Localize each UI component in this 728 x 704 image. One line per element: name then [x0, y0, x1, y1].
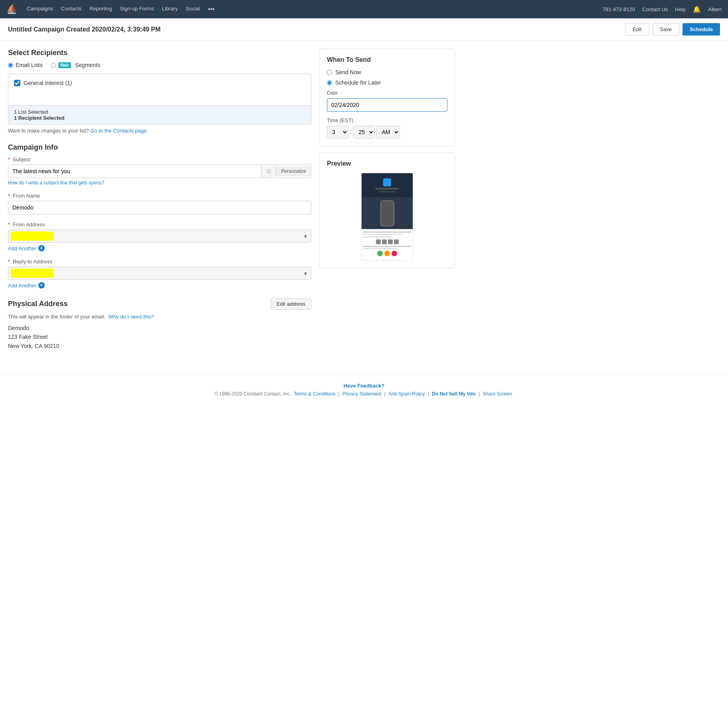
physical-address-heading: Physical Address [8, 300, 67, 308]
header-bar: Untitled Campaign Created 2020/02/24, 3:… [0, 18, 728, 41]
copyright: © 1996-2020 Constant Contact, Inc. [214, 391, 291, 397]
nav-social[interactable]: Social [186, 6, 200, 13]
antispam-link[interactable]: Anti-Spam Policy [388, 391, 425, 397]
date-label: Date [327, 90, 447, 96]
navbar: ⛵ Campaigns Contacts Reporting Sign-up F… [0, 0, 728, 18]
segments-option[interactable]: New Segments [51, 62, 101, 68]
list-item[interactable]: General Interest (1) [14, 80, 305, 86]
nav-campaigns[interactable]: Campaigns [27, 6, 53, 13]
reply-to-label: * Reply-to Address [8, 259, 311, 265]
address-line2: 123 Fake Street [8, 332, 311, 341]
from-name-field-group: * From Name [8, 193, 311, 214]
segments-radio[interactable] [51, 63, 56, 68]
right-panel: When To Send Send Now Schedule for Later… [319, 49, 455, 350]
recipient-type-toggle: Email Lists New Segments [8, 62, 311, 68]
subject-input[interactable] [8, 165, 261, 178]
list-footer: 1 List Selected 1 Recipient Selected [8, 106, 311, 125]
from-name-input[interactable] [8, 201, 311, 214]
campaign-info-heading: Campaign Info [8, 143, 311, 152]
from-name-label: * From Name [8, 193, 311, 199]
save-button[interactable]: Save [653, 23, 680, 36]
nav-more-icon[interactable]: ••• [208, 6, 215, 13]
send-now-label: Send Now [335, 69, 361, 75]
when-to-send-title: When To Send [327, 56, 447, 63]
share-screen-link[interactable]: Share Screen [483, 391, 512, 397]
email-list-box: General Interest (1) [8, 74, 311, 106]
subject-help-link[interactable]: How do I write a subject line that gets … [8, 180, 311, 186]
select-recipients-section: Select Recipients Email Lists New Segmen… [8, 49, 311, 134]
send-now-radio[interactable] [327, 70, 332, 75]
schedule-button[interactable]: Schedule [682, 23, 720, 36]
email-lists-label: Email Lists [16, 62, 43, 68]
subject-input-wrapper: ☺ Personalize [8, 164, 311, 178]
schedule-later-option[interactable]: Schedule for Later [327, 79, 447, 86]
logo-icon: ⛵ [6, 4, 17, 14]
nav-links: Campaigns Contacts Reporting Sign-up For… [27, 6, 603, 13]
from-address-highlight [11, 231, 53, 241]
general-interest-checkbox[interactable] [14, 80, 20, 86]
nav-help[interactable]: Help [675, 6, 686, 12]
time-colon: : [350, 129, 352, 136]
campaign-info-section: Campaign Info * Subject ☺ Personalize Ho… [8, 143, 311, 289]
header-actions: Edit Save Schedule [625, 23, 720, 36]
edit-button[interactable]: Edit [625, 23, 649, 36]
nav-signup-forms[interactable]: Sign-up Forms [120, 6, 154, 13]
emoji-icon[interactable]: ☺ [261, 165, 276, 177]
left-panel: Select Recipients Email Lists New Segmen… [8, 49, 311, 350]
subject-label: * Subject [8, 156, 311, 162]
segments-label: Segments [75, 62, 100, 68]
reply-to-field-group: * Reply-to Address ▾ Add Another + [8, 259, 311, 289]
footer: Have Feedback? © 1996-2020 Constant Cont… [0, 374, 728, 405]
email-lists-radio[interactable] [8, 63, 13, 68]
time-minute-select[interactable]: 25 00 05 10 15 20 30 35 40 45 50 55 [353, 126, 375, 138]
from-address-field-group: * From Address ▾ Add Another + [8, 221, 311, 251]
main-content: Select Recipients Email Lists New Segmen… [0, 41, 479, 358]
reply-to-highlight [11, 269, 53, 278]
time-hour-select[interactable]: 3 1 2 4 5 6 7 8 9 10 11 12 [327, 126, 348, 138]
nav-contact-us[interactable]: Contact Us [642, 6, 668, 12]
recipient-count: 1 Recipient Selected [14, 115, 305, 121]
from-address-label: * From Address [8, 221, 311, 227]
add-another-from-icon: + [38, 245, 45, 251]
contacts-page-link[interactable]: Go to the Contacts page. [90, 128, 148, 134]
contacts-note: Want to make changes to your list? Go to… [8, 128, 311, 134]
send-now-option[interactable]: Send Now [327, 69, 447, 75]
subject-field-group: * Subject ☺ Personalize How do I write a… [8, 156, 311, 186]
new-badge: New [58, 62, 71, 68]
schedule-later-radio[interactable] [327, 80, 332, 85]
time-label: Time (EST) [327, 117, 447, 123]
address-line1: Demodo [8, 324, 311, 332]
nav-library[interactable]: Library [162, 6, 178, 13]
from-address-select-wrapper: ▾ [8, 229, 311, 243]
schedule-later-label: Schedule for Later [335, 79, 381, 86]
time-period-select[interactable]: AM PM [376, 126, 400, 138]
date-input[interactable] [327, 98, 447, 112]
physical-address-header: Physical Address Edit address [8, 298, 311, 310]
reply-to-select-wrapper: ▾ [8, 267, 311, 280]
nav-contacts[interactable]: Contacts [61, 6, 81, 13]
nav-reporting[interactable]: Reporting [89, 6, 112, 13]
address-text: Demodo 123 Fake Street New York, CA 9021… [8, 324, 311, 350]
add-another-from-link[interactable]: Add Another + [8, 245, 45, 251]
add-another-from-label: Add Another [8, 245, 37, 251]
edit-address-button[interactable]: Edit address [271, 298, 311, 310]
email-lists-option[interactable]: Email Lists [8, 62, 43, 68]
personalize-button[interactable]: Personalize [276, 166, 311, 176]
nav-user[interactable]: Albert [708, 6, 722, 12]
time-selects: 3 1 2 4 5 6 7 8 9 10 11 12 : 25 00 [327, 126, 447, 138]
terms-link[interactable]: Terms & Conditions [294, 391, 335, 397]
address-note: This will appear in the footer of your e… [8, 314, 311, 320]
feedback-link[interactable]: Have Feedback? [10, 383, 718, 389]
privacy-link[interactable]: Privacy Statement [342, 391, 381, 397]
preview-panel: Preview [319, 152, 455, 268]
nav-right: 781-472-8120 Contact Us Help 🔔 Albert [603, 6, 722, 13]
do-not-sell-link[interactable]: Do Not Sell My Info [432, 391, 475, 397]
address-line3: New York, CA 90210 [8, 342, 311, 350]
general-interest-label: General Interest (1) [24, 80, 72, 86]
recipients-heading: Select Recipients [8, 49, 311, 57]
preview-image [361, 173, 413, 261]
bell-icon[interactable]: 🔔 [693, 6, 701, 13]
why-need-link[interactable]: Why do I need this? [108, 314, 154, 320]
add-another-reply-link[interactable]: Add Another + [8, 282, 45, 289]
nav-phone: 781-472-8120 [603, 6, 635, 12]
